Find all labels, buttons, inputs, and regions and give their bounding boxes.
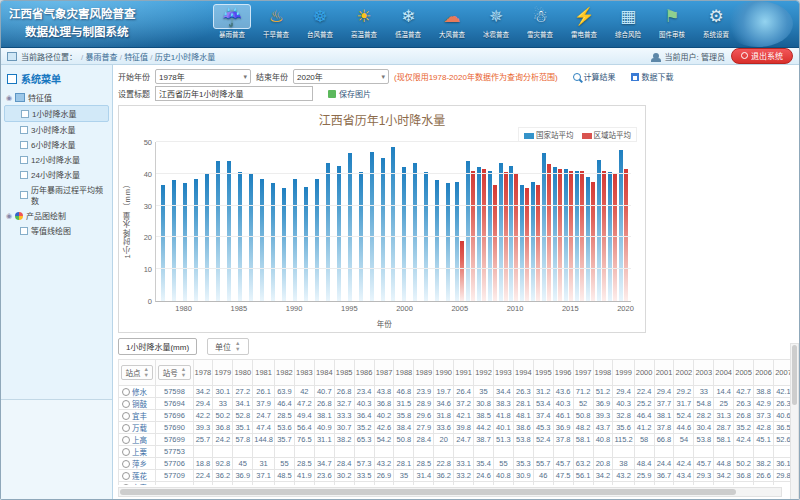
bar-national-1984[interactable] [227, 161, 231, 301]
metric-button[interactable]: 1小时降水量(mm) [118, 338, 197, 355]
breadcrumb-segment[interactable]: 历史1小时降水量 [155, 53, 215, 62]
download-button[interactable]: 数据下载 [631, 71, 674, 82]
bar-regional-2005[interactable] [460, 241, 464, 301]
toolbar-item-hail[interactable]: ✵冰雹普查 [477, 4, 515, 39]
toolbar-item-high-temp[interactable]: ☀高温普查 [345, 4, 383, 39]
bar-national-1999[interactable] [391, 147, 395, 301]
bar-national-2015[interactable] [564, 169, 568, 301]
bar-national-1993[interactable] [326, 163, 330, 301]
station-name[interactable]: 宜春 [132, 482, 147, 485]
horizontal-scrollbar[interactable] [118, 487, 782, 497]
bar-national-1986[interactable] [249, 174, 253, 301]
legend-item[interactable]: 国家站平均 [524, 129, 574, 140]
toolbar-item-low-temp[interactable]: ❄低温普查 [389, 4, 427, 39]
bar-national-1979[interactable] [172, 180, 176, 301]
bar-regional-2014[interactable] [558, 169, 562, 301]
radio-button[interactable] [122, 448, 130, 456]
toolbar-item-wind[interactable]: ☁大风普查 [433, 4, 471, 39]
sidebar-item-0-3[interactable]: 12小时降水量 [4, 152, 109, 167]
station-name[interactable]: 宜丰 [132, 410, 147, 421]
vertical-scrollbar[interactable] [790, 343, 799, 500]
station-name[interactable]: 萍乡 [132, 458, 147, 469]
bar-regional-2010[interactable] [514, 174, 518, 301]
station-name[interactable]: 上高 [132, 434, 147, 445]
toolbar-item-settings[interactable]: ⚙系统设置 [697, 4, 735, 39]
station-name[interactable]: 莲花 [132, 470, 147, 481]
sidebar-item-0-5[interactable]: 历年暴雨过程平均频数 [4, 182, 109, 208]
bar-national-2010[interactable] [509, 166, 513, 301]
sidebar-item-0-2[interactable]: 6小时降水量 [4, 137, 109, 152]
bar-national-2005[interactable] [455, 182, 459, 301]
toolbar-item-risk-calculator[interactable]: ▦综合风险 [609, 4, 647, 39]
bar-national-2014[interactable] [553, 167, 557, 301]
sidebar-item-0-4[interactable]: 24小时降水量 [4, 167, 109, 182]
station-sort-button[interactable]: 站点▲▼ [121, 365, 153, 380]
bar-national-2017[interactable] [586, 177, 590, 301]
breadcrumb-segment[interactable]: 特征值 [124, 53, 148, 62]
radio-button[interactable] [122, 388, 130, 396]
start-year-select[interactable]: 1978年 ▾ [155, 69, 251, 84]
bar-national-1995[interactable] [348, 153, 352, 301]
radio-button[interactable] [122, 400, 130, 408]
radio-button[interactable] [122, 460, 130, 468]
bar-regional-2007[interactable] [482, 169, 486, 301]
bar-regional-2017[interactable] [591, 182, 595, 301]
bar-national-2003[interactable] [435, 180, 439, 301]
checkbox-icon[interactable] [20, 141, 28, 149]
station-name[interactable]: 万载 [132, 422, 147, 433]
toolbar-item-typhoon[interactable]: ☸台风普查 [301, 4, 339, 39]
toolbar-item-snow[interactable]: ☃雪灾普查 [521, 4, 559, 39]
scrollbar-thumb[interactable] [120, 489, 736, 495]
radio-button[interactable] [122, 436, 130, 444]
station-name[interactable]: 修水 [132, 386, 147, 397]
bar-national-2000[interactable] [402, 167, 406, 301]
bar-national-1988[interactable] [271, 183, 275, 301]
bar-national-1997[interactable] [370, 152, 374, 301]
checkbox-icon[interactable] [21, 110, 29, 118]
checkbox-icon[interactable] [20, 156, 28, 164]
sidebar-group-node[interactable]: ◉产品图绘制 [4, 208, 109, 223]
bar-national-2011[interactable] [520, 185, 524, 301]
bar-national-1983[interactable] [216, 161, 220, 301]
bar-regional-2020[interactable] [624, 169, 628, 301]
save-image-button[interactable]: 保存图片 [328, 88, 371, 99]
bar-regional-2019[interactable] [613, 174, 617, 301]
radio-button[interactable] [122, 472, 130, 480]
sidebar-item-1-0[interactable]: 等值线绘图 [4, 223, 109, 238]
toolbar-item-rainstorm[interactable]: ☔暴雨普查 [213, 4, 251, 39]
bar-national-2004[interactable] [446, 183, 450, 301]
radio-button[interactable] [122, 424, 130, 432]
bar-national-1980[interactable] [183, 183, 187, 301]
sidebar-item-0-0[interactable]: 1小时降水量 [4, 105, 109, 122]
radio-button[interactable] [122, 484, 130, 486]
bar-national-2012[interactable] [531, 182, 535, 301]
toolbar-item-map-review[interactable]: ⚑图件审核 [653, 4, 691, 39]
chart-title-input[interactable] [155, 86, 313, 101]
station-name[interactable]: 铜鼓 [132, 398, 147, 409]
toolbar-item-drought[interactable]: ♨干旱普查 [257, 4, 295, 39]
radio-button[interactable] [122, 412, 130, 420]
bar-regional-2012[interactable] [536, 185, 540, 301]
bar-national-1992[interactable] [315, 179, 319, 301]
checkbox-icon[interactable] [20, 171, 28, 179]
bar-national-2006[interactable] [466, 161, 470, 301]
sidebar-group-node[interactable]: ◉特征值 [4, 90, 109, 105]
bar-national-2007[interactable] [477, 167, 481, 301]
checkbox-icon[interactable] [20, 227, 28, 235]
bar-national-2018[interactable] [597, 160, 601, 302]
bar-national-2001[interactable] [413, 163, 417, 301]
unit-dropdown[interactable]: 单位 ▲▼ [207, 338, 248, 355]
calculate-button[interactable]: 计算结果 [573, 71, 616, 82]
bar-national-1981[interactable] [194, 179, 198, 301]
sidebar-item-0-1[interactable]: 3小时降水量 [4, 122, 109, 137]
bar-regional-2013[interactable] [547, 164, 551, 301]
legend-item[interactable]: 区域站平均 [582, 129, 632, 140]
breadcrumb-segment[interactable]: 暴雨普查 [85, 53, 117, 62]
bar-national-2013[interactable] [542, 153, 546, 301]
bar-national-1998[interactable] [381, 158, 385, 301]
scrollbar-thumb[interactable] [792, 345, 797, 405]
bar-national-1987[interactable] [260, 179, 264, 301]
bar-national-1978[interactable] [161, 185, 165, 301]
logout-button[interactable]: 退出系统 [731, 48, 793, 64]
bar-national-2009[interactable] [499, 163, 503, 301]
